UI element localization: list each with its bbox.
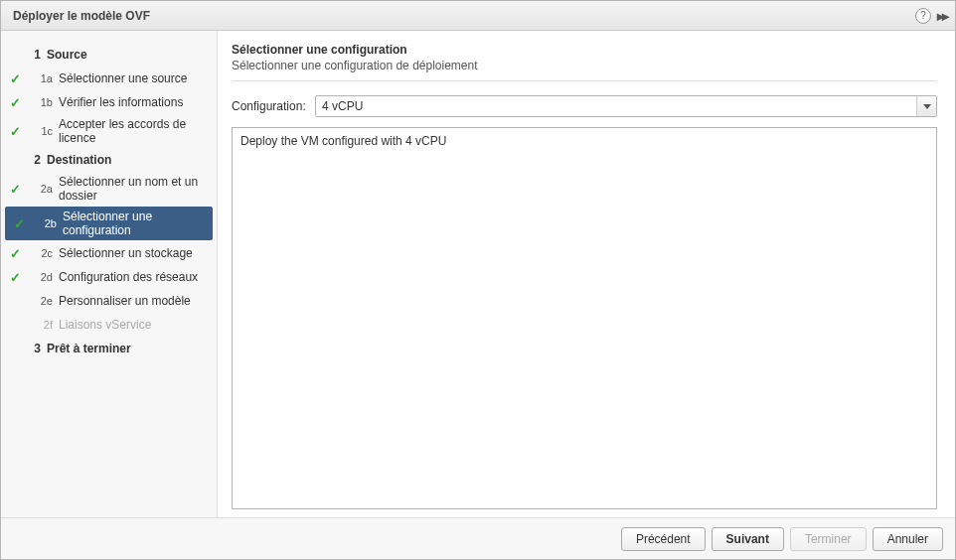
check-icon: ✓ <box>7 95 23 110</box>
step-label: Sélectionner un nom et un dossier <box>57 175 209 203</box>
step-label: Personnaliser un modèle <box>57 294 209 308</box>
configuration-row: Configuration: 4 vCPU <box>232 95 937 117</box>
sidebar-step-2a[interactable]: ✓ 2a Sélectionner un nom et un dossier <box>1 172 217 206</box>
titlebar-controls: ? ▸▸ <box>915 8 947 24</box>
step-label: Destination <box>45 153 209 167</box>
configuration-label: Configuration: <box>232 99 315 113</box>
configuration-description: Deploy the VM configured with 4 vCPU <box>232 127 937 509</box>
wizard-sidebar: 1 Source ✓ 1a Sélectionner une source ✓ … <box>1 31 218 517</box>
back-button[interactable]: Précédent <box>621 527 706 551</box>
sidebar-step-1c[interactable]: ✓ 1c Accepter les accords de licence <box>1 114 217 148</box>
window-title: Déployer le modèle OVF <box>13 9 915 23</box>
step-number: 2a <box>23 183 57 195</box>
sidebar-section-source: 1 Source <box>1 43 217 67</box>
page-title: Sélectionner une configuration <box>232 43 937 57</box>
step-number: 1a <box>23 72 57 84</box>
wizard-footer: Précédent Suivant Terminer Annuler <box>1 517 955 559</box>
check-icon: ✓ <box>7 182 23 197</box>
sidebar-step-2b[interactable]: ✓ 2b Sélectionner une configuration <box>5 207 213 240</box>
step-label: Sélectionner une configuration <box>61 210 205 237</box>
sidebar-step-1a[interactable]: ✓ 1a Sélectionner une source <box>1 67 217 90</box>
check-icon: ✓ <box>7 246 23 261</box>
step-number: 2b <box>27 217 61 229</box>
next-button[interactable]: Suivant <box>712 527 784 551</box>
step-number: 2e <box>23 295 57 307</box>
check-icon: ✓ <box>7 270 23 285</box>
step-number: 1b <box>23 96 57 108</box>
step-label: Sélectionner une source <box>57 71 209 85</box>
step-label: Vérifier les informations <box>57 95 209 109</box>
sidebar-section-destination: 2 Destination <box>1 148 217 172</box>
wizard-main: Sélectionner une configuration Sélection… <box>218 31 955 517</box>
finish-button: Terminer <box>790 527 867 551</box>
help-icon[interactable]: ? <box>915 8 931 24</box>
step-label: Sélectionner un stockage <box>57 246 209 260</box>
page-subtitle: Sélectionner une configuration de déploi… <box>232 59 937 72</box>
sidebar-step-2d[interactable]: ✓ 2d Configuration des réseaux <box>1 265 217 289</box>
step-number: 1 <box>23 48 45 62</box>
step-number: 2c <box>23 247 57 259</box>
chevron-down-icon[interactable] <box>916 96 936 116</box>
check-icon: ✓ <box>7 124 23 139</box>
step-label: Source <box>45 48 209 62</box>
titlebar: Déployer le modèle OVF ? ▸▸ <box>1 1 955 31</box>
step-number: 1c <box>23 125 57 137</box>
sidebar-step-2e[interactable]: 2e Personnaliser un modèle <box>1 289 217 313</box>
configuration-value[interactable]: 4 vCPU <box>315 95 937 117</box>
divider <box>232 80 937 81</box>
step-label: Prêt à terminer <box>45 342 209 355</box>
step-number: 2f <box>23 319 57 331</box>
wizard-body: 1 Source ✓ 1a Sélectionner une source ✓ … <box>1 31 955 517</box>
step-label: Configuration des réseaux <box>57 270 209 284</box>
ovf-deploy-wizard: Déployer le modèle OVF ? ▸▸ 1 Source ✓ 1… <box>0 0 956 560</box>
step-label: Liaisons vService <box>57 318 209 332</box>
sidebar-step-1b[interactable]: ✓ 1b Vérifier les informations <box>1 90 217 114</box>
step-number: 2d <box>23 271 57 283</box>
sidebar-section-ready: 3 Prêt à terminer <box>1 337 217 360</box>
step-number: 3 <box>23 342 45 355</box>
expand-icon[interactable]: ▸▸ <box>937 8 947 24</box>
cancel-button[interactable]: Annuler <box>873 527 943 551</box>
sidebar-step-2c[interactable]: ✓ 2c Sélectionner un stockage <box>1 241 217 265</box>
sidebar-step-2f: 2f Liaisons vService <box>1 313 217 337</box>
check-icon: ✓ <box>7 71 23 86</box>
step-label: Accepter les accords de licence <box>57 117 209 145</box>
configuration-select[interactable]: 4 vCPU <box>315 95 937 117</box>
check-icon: ✓ <box>11 216 27 231</box>
step-number: 2 <box>23 153 45 167</box>
